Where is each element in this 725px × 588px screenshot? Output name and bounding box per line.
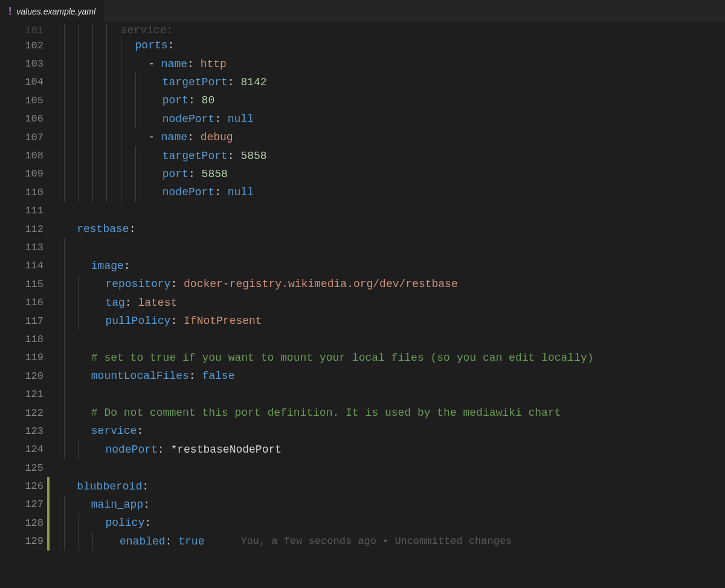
code-content: nodePort: null (149, 113, 254, 125)
indent-guides (50, 128, 135, 146)
indent-guides (50, 36, 135, 54)
code-content: nodePort: *restbaseNodePort (92, 444, 282, 456)
indent-guides (50, 330, 78, 348)
code-content: enabled: true (106, 535, 204, 548)
code-line[interactable]: 118 (0, 330, 725, 348)
indent-guides (50, 146, 149, 164)
indent-guides (50, 220, 64, 238)
indent-guides (50, 293, 92, 311)
code-line[interactable]: 115 repository: docker-registry.wikimedi… (0, 275, 725, 293)
line-number: 114 (0, 260, 47, 271)
code-line[interactable]: 116 tag: latest (0, 293, 725, 311)
code-line[interactable]: 124 nodePort: *restbaseNodePort (0, 441, 725, 459)
code-content: restbase: (64, 223, 136, 235)
code-line[interactable]: 117 pullPolicy: IfNotPresent (0, 312, 725, 330)
code-content: tag: latest (92, 297, 177, 309)
code-content: - name: debug (135, 131, 233, 143)
code-line[interactable]: 126 blubberoid: (0, 477, 725, 495)
yaml-file-icon: ! (8, 6, 11, 17)
code-content: mountLocalFiles: false (78, 370, 234, 382)
indent-guides (50, 385, 78, 403)
indent-guides (50, 514, 92, 532)
code-line[interactable]: 113 (0, 238, 725, 256)
git-blame-annotation: You, a few seconds ago • Uncommitted cha… (204, 535, 512, 547)
code-line[interactable]: 125 (0, 459, 725, 477)
indent-guides (50, 532, 106, 551)
indent-guides (50, 202, 64, 220)
code-line[interactable]: 127 main_app: (0, 496, 725, 514)
indent-guides (50, 24, 121, 36)
code-line[interactable]: 104 targetPort: 8142 (0, 73, 725, 91)
indent-guides (50, 91, 149, 109)
indent-guides (50, 441, 92, 459)
line-number: 126 (0, 480, 47, 492)
code-line[interactable]: 128 policy: (0, 514, 725, 532)
indent-guides (50, 312, 92, 330)
code-content: nodePort: null (149, 186, 254, 198)
tab-filename: values.example.yaml (16, 7, 95, 16)
code-content: pullPolicy: IfNotPresent (92, 315, 262, 327)
code-line[interactable]: 109 port: 5858 (0, 165, 725, 183)
indent-guides (50, 183, 149, 201)
code-content: # set to true if you want to mount your … (78, 352, 593, 364)
code-line[interactable]: 112 restbase: (0, 220, 725, 238)
code-line[interactable]: 108 targetPort: 5858 (0, 146, 725, 164)
code-line[interactable]: 106 nodePort: null (0, 110, 725, 128)
indent-guides (50, 73, 149, 91)
code-line[interactable]: 111 (0, 202, 725, 220)
code-line[interactable]: 121 (0, 385, 725, 403)
line-number: 122 (0, 407, 47, 419)
code-line[interactable]: 107 - name: debug (0, 128, 725, 146)
line-number: 106 (0, 113, 47, 124)
code-line[interactable]: 119 # set to true if you want to mount y… (0, 349, 725, 367)
indent-guides (50, 477, 64, 495)
indent-guides (50, 54, 135, 73)
line-number: 105 (0, 95, 47, 106)
code-content: policy: (92, 517, 151, 529)
code-content: targetPort: 5858 (149, 150, 266, 162)
code-line[interactable]: 114 image: (0, 257, 725, 275)
code-line[interactable]: 122 # Do not comment this port definitio… (0, 404, 725, 422)
code-line[interactable]: 110 nodePort: null (0, 183, 725, 201)
code-line[interactable]: 120 mountLocalFiles: false (0, 367, 725, 385)
code-content: port: 80 (149, 94, 214, 106)
line-number: 120 (0, 370, 47, 382)
code-content: service: (121, 24, 173, 36)
line-number: 102 (0, 40, 47, 51)
line-number: 119 (0, 352, 47, 363)
indent-guides (50, 422, 78, 440)
code-content: blubberoid: (64, 480, 149, 493)
line-number: 104 (0, 76, 47, 88)
line-number: 128 (0, 517, 47, 529)
indent-guides (50, 349, 78, 367)
code-line[interactable]: 102ports: (0, 36, 725, 54)
indent-guides (50, 257, 78, 275)
indent-guides (50, 367, 78, 385)
line-number: 117 (0, 315, 47, 327)
code-line[interactable]: 105 port: 80 (0, 91, 725, 109)
line-number: 111 (0, 205, 47, 216)
tab-bar: ! values.example.yaml (0, 0, 725, 23)
code-content: ports: (135, 39, 175, 51)
indent-guides (50, 238, 78, 256)
tab-active[interactable]: ! values.example.yaml (0, 0, 105, 22)
code-line[interactable]: 103 - name: http (0, 54, 725, 73)
code-content: # Do not comment this port definition. I… (78, 407, 561, 419)
indent-guides (50, 459, 64, 477)
code-line[interactable]: 101service: (0, 24, 725, 36)
line-number: 129 (0, 535, 47, 547)
line-number: 113 (0, 242, 47, 253)
code-line[interactable]: 123 service: (0, 422, 725, 440)
line-number: 115 (0, 279, 47, 290)
code-editor[interactable]: 101service:102ports:103 - name: http104 … (0, 23, 725, 551)
code-content: repository: docker-registry.wikimedia.or… (92, 278, 458, 290)
code-content: - name: http (135, 58, 227, 70)
code-line[interactable]: 129 enabled: trueYou, a few seconds ago … (0, 532, 725, 551)
line-number: 125 (0, 462, 47, 474)
line-number: 103 (0, 58, 47, 69)
code-content: targetPort: 8142 (149, 76, 266, 88)
code-content: service: (78, 425, 143, 437)
code-content: image: (78, 260, 130, 272)
line-number: 121 (0, 389, 47, 400)
line-number: 124 (0, 444, 47, 455)
